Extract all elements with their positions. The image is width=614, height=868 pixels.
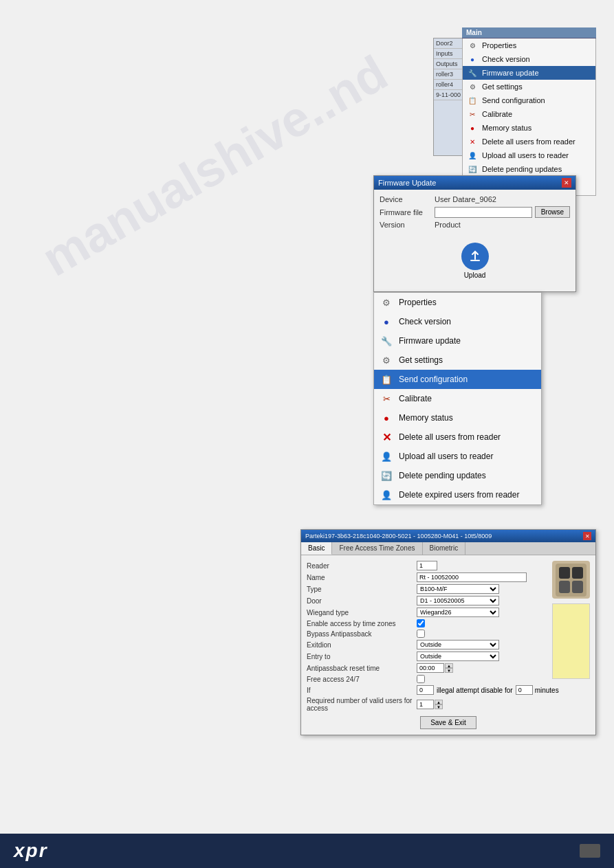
reader-field-label: Reader xyxy=(307,562,417,570)
wiegand-field-label: Wiegand type xyxy=(307,609,417,616)
dialog-close-button[interactable]: ✕ xyxy=(562,178,571,188)
firmware-file-input[interactable] xyxy=(435,207,532,218)
menu-item-get-settings[interactable]: ⚙ Get settings xyxy=(463,80,595,93)
reader-btn-3 xyxy=(559,581,570,593)
exitdion-label: Exitdion xyxy=(307,641,417,649)
required-users-input[interactable] xyxy=(417,700,434,709)
tab-basic[interactable]: Basic xyxy=(301,542,332,555)
large-menu-calibrate[interactable]: ✂ Calibrate xyxy=(374,389,541,408)
fig818-left-panel: Door2 Inputs Outputs roller3 roller4 9-1… xyxy=(433,38,464,156)
reader-input[interactable] xyxy=(417,561,437,570)
menu-item-delete-users[interactable]: ✕ Delete all users from reader xyxy=(463,135,595,148)
menu-item-properties[interactable]: ⚙ Properties xyxy=(463,38,595,52)
fig819-container: Firmware Update ✕ Device User Datare_906… xyxy=(373,175,576,304)
delete-expired-icon: 👤 xyxy=(380,488,393,502)
left-panel-item xyxy=(434,100,463,103)
svg-rect-0 xyxy=(470,260,480,261)
door-row: Door D1 - 100520005 xyxy=(307,596,590,605)
reader-image xyxy=(552,561,590,599)
menu-item-label: Send configuration xyxy=(482,96,545,104)
menu-item-send-config[interactable]: 📋 Send configuration xyxy=(463,93,595,107)
delete-users-icon: ✕ xyxy=(380,430,393,444)
menu-item-memory-status[interactable]: ● Memory status xyxy=(463,121,595,135)
required-users-down[interactable]: ▼ xyxy=(435,704,443,709)
menu-item-check-version[interactable]: ● Check version xyxy=(463,52,595,66)
large-menu-check-version[interactable]: ● Check version xyxy=(374,312,541,331)
illegal-attempt-minutes[interactable] xyxy=(516,685,533,695)
menu-item-label: Check version xyxy=(482,55,530,63)
menu-item-upload-users[interactable]: 👤 Upload all users to reader xyxy=(463,148,595,162)
large-menu-get-settings[interactable]: ⚙ Get settings xyxy=(374,350,541,370)
type-select[interactable]: B100-M/F xyxy=(417,584,499,594)
upload-icon xyxy=(461,243,489,270)
tab-free-access[interactable]: Free Access Time Zones xyxy=(332,542,422,555)
large-menu-memory-status[interactable]: ● Memory status xyxy=(374,408,541,427)
large-menu-delete-users[interactable]: ✕ Delete all users from reader xyxy=(374,427,541,447)
door-field-label: Door xyxy=(307,597,417,605)
menu-label: Get settings xyxy=(399,355,443,365)
send-config-icon: 📋 xyxy=(380,372,393,386)
illegal-attempt-count[interactable] xyxy=(417,685,434,695)
large-menu-upload-users[interactable]: 👤 Upload all users to reader xyxy=(374,447,541,466)
door-select[interactable]: D1 - 100520005 xyxy=(417,596,499,605)
firmware-update-icon: 🔧 xyxy=(467,67,478,78)
dialog-titlebar: Firmware Update ✕ xyxy=(374,176,575,190)
calibrate-icon: ✂ xyxy=(380,392,393,405)
properties-icon: ⚙ xyxy=(467,40,478,51)
bypass-row: Bypass Antipassback xyxy=(307,630,590,638)
antipassback-down[interactable]: ▼ xyxy=(445,668,453,673)
fig818-menu-header: Main xyxy=(462,27,596,38)
footer: xpr xyxy=(0,834,614,868)
antipassback-input[interactable] xyxy=(417,663,444,673)
upload-button[interactable]: Upload xyxy=(461,243,489,279)
name-input[interactable] xyxy=(417,572,527,582)
reader-row: Reader xyxy=(307,561,590,570)
props-close-button[interactable]: ✕ xyxy=(583,532,591,540)
large-menu-delete-pending[interactable]: 🔄 Delete pending updates xyxy=(374,466,541,485)
left-panel-item: roller3 xyxy=(434,69,463,80)
entry-select[interactable]: Outside xyxy=(417,652,499,661)
enable-access-label: Enable access by time zones xyxy=(307,620,417,627)
menu-item-label: Memory status xyxy=(482,124,531,132)
large-menu-properties[interactable]: ⚙ Properties xyxy=(374,293,541,312)
menu-label: Firmware update xyxy=(399,336,461,346)
large-menu-firmware-update[interactable]: 🔧 Firmware update xyxy=(374,331,541,350)
properties-icon: ⚙ xyxy=(380,296,393,309)
large-menu-send-config[interactable]: 📋 Send configuration xyxy=(374,370,541,389)
reader-btn-4 xyxy=(572,581,583,593)
menu-item-label: Get settings xyxy=(482,82,523,91)
menu-label: Calibrate xyxy=(399,394,432,403)
required-users-row: Required number of valid users for acces… xyxy=(307,697,590,712)
wiegand-select[interactable]: Wiegand26 xyxy=(417,608,499,617)
menu-item-firmware-update[interactable]: 🔧 Firmware update xyxy=(463,66,595,80)
type-field-label: Type xyxy=(307,586,417,593)
menu-label: Delete pending updates xyxy=(399,471,486,480)
required-users-label: Required number of valid users for acces… xyxy=(307,697,417,712)
props-title: Parteki197-3b63-218c1040-2800-5021 - 100… xyxy=(305,533,492,539)
browse-button[interactable]: Browse xyxy=(535,206,570,218)
required-users-up[interactable]: ▲ xyxy=(435,700,443,704)
menu-item-label: Upload all users to reader xyxy=(482,151,569,159)
upload-users-icon: 👤 xyxy=(467,150,478,161)
device-row: Device User Datare_9062 xyxy=(380,195,570,203)
xpr-logo: xpr xyxy=(14,840,48,862)
tab-biometric[interactable]: Biometric xyxy=(423,542,466,555)
large-menu-delete-expired[interactable]: 👤 Delete expired users from reader xyxy=(374,485,541,504)
illegal-attempt-row: If illegal attempt disable for minutes xyxy=(307,685,590,695)
menu-item-calibrate[interactable]: ✂ Calibrate xyxy=(463,107,595,121)
bypass-checkbox[interactable] xyxy=(417,630,425,638)
delete-users-icon: ✕ xyxy=(467,136,478,147)
product-label: Product xyxy=(435,221,490,229)
enable-access-checkbox[interactable] xyxy=(417,619,425,627)
device-label: Device xyxy=(380,195,435,203)
free-access-checkbox[interactable] xyxy=(417,675,425,683)
memory-status-icon: ● xyxy=(380,411,393,425)
save-exit-button[interactable]: Save & Exit xyxy=(420,716,476,729)
exitdion-select[interactable]: Outside xyxy=(417,640,499,649)
dialog-body: Device User Datare_9062 Firmware file Br… xyxy=(374,190,575,291)
menu-item-label: Delete all users from reader xyxy=(482,137,575,146)
antipassback-up[interactable]: ▲ xyxy=(445,663,453,668)
menu-item-delete-pending[interactable]: 🔄 Delete pending updates xyxy=(463,162,595,176)
large-context-menu: ⚙ Properties ● Check version 🔧 Firmware … xyxy=(373,292,542,505)
entry-label: Entry to xyxy=(307,653,417,660)
